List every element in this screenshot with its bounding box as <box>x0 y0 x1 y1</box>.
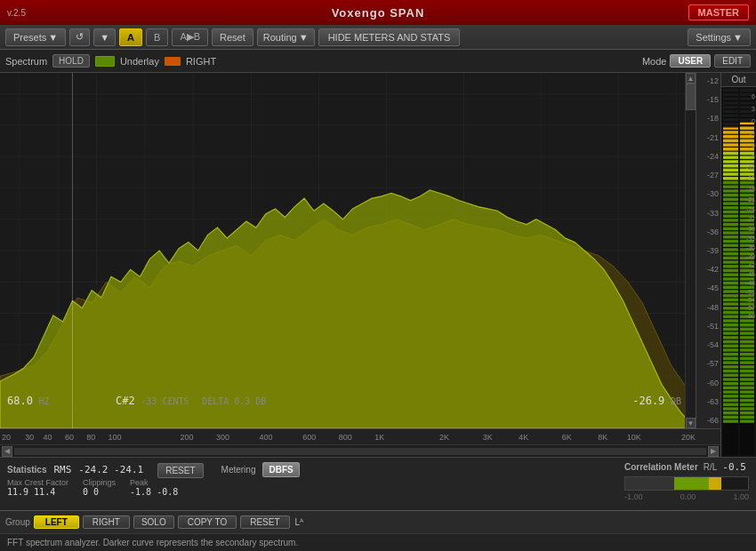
peak-label: Peak <box>130 478 178 487</box>
peak-section: Peak -1.8 -0.8 <box>130 478 178 497</box>
b-button[interactable]: B <box>146 28 168 46</box>
hide-meters-button[interactable]: HIDE METERS AND STATS <box>318 28 461 46</box>
corr-fill-yellow <box>709 477 721 490</box>
meter-channel-a <box>723 89 738 455</box>
meter-b-canvas <box>740 89 755 424</box>
freq-80: 80 <box>86 433 95 442</box>
reset-button[interactable]: Reset <box>212 28 253 46</box>
freq-unit: HZ <box>39 396 50 406</box>
vertical-scrollbar[interactable]: ▲ ▼ <box>685 73 696 428</box>
freq-30: 30 <box>25 433 34 442</box>
channel-a-color <box>95 56 115 67</box>
app-title: Voxengo SPAN <box>332 6 425 20</box>
db-marker: -24 <box>698 152 719 161</box>
db-marker: -63 <box>698 397 719 406</box>
channel-b-color <box>165 57 181 66</box>
rms-value: -24.2 -24.1 <box>78 464 143 475</box>
freq-200: 200 <box>181 433 194 442</box>
db-marker: -27 <box>698 171 719 180</box>
stats-reset-button[interactable]: RESET <box>157 463 203 478</box>
version-label: v.2.5 <box>7 8 26 18</box>
horizontal-scrollbar[interactable]: ◀ ▶ <box>0 444 720 457</box>
main-content: Spectrum HOLD Underlay RIGHT Mode USER E… <box>0 50 756 551</box>
scroll-left-button[interactable]: ◀ <box>2 446 12 457</box>
corr-fill-green <box>674 477 709 490</box>
corr-max-label: 1.00 <box>733 492 749 501</box>
db-marker: -21 <box>698 133 719 142</box>
edit-button[interactable]: EDIT <box>714 54 751 68</box>
group-bar: Group LEFT RIGHT SOLO COPY TO RESET Lᴬ <box>0 510 756 533</box>
freq-800: 800 <box>339 433 352 442</box>
cents-value: -33 CENTS <box>141 396 189 406</box>
db-marker: -60 <box>698 379 719 387</box>
scroll-up-button[interactable]: ▲ <box>686 73 696 84</box>
underlay-label: Underlay <box>120 56 159 67</box>
db-marker: -18 <box>698 114 719 123</box>
bottom-section: Statistics RMS -24.2 -24.1 RESET Meterin… <box>0 457 756 551</box>
scroll-down-button[interactable]: ▼ <box>686 418 696 428</box>
corr-zero-label: 0.00 <box>680 492 696 501</box>
peak-value: -1.8 -0.8 <box>130 487 178 497</box>
freq-4k: 4K <box>519 433 528 442</box>
master-button[interactable]: MASTER <box>688 4 749 20</box>
meter-channel-b <box>740 89 755 455</box>
db-marker: -51 <box>698 322 719 331</box>
clippings-value: 0 0 <box>83 487 116 497</box>
group-copy-button[interactable]: COPY TO <box>178 515 237 529</box>
a-button[interactable]: A <box>119 28 142 46</box>
hold-button[interactable]: HOLD <box>52 54 90 68</box>
metering-label: Metering <box>221 465 256 475</box>
peak-db-unit: DB <box>671 396 681 406</box>
peak-db-value: -26.9 <box>632 395 664 407</box>
freq-10k: 10K <box>627 433 641 442</box>
rms-label: RMS <box>53 464 71 475</box>
freq-8k: 8K <box>598 433 607 442</box>
db-marker: -12 <box>698 76 719 85</box>
group-reset-button[interactable]: RESET <box>240 515 289 529</box>
redo-button[interactable]: ▼ <box>93 28 116 46</box>
spectrum-bar: Spectrum HOLD Underlay RIGHT Mode USER E… <box>0 50 756 73</box>
presets-button[interactable]: Presets ▼ <box>5 28 66 46</box>
freq-20: 20 <box>2 433 11 442</box>
dbfs-button[interactable]: DBFS <box>262 462 299 477</box>
spectrum-wrapper: ▲ ▼ -12 -15 -18 -21 -24 -27 -30 -33 - <box>0 73 720 457</box>
group-solo-button[interactable]: SOLO <box>133 515 174 529</box>
scroll-thumb[interactable] <box>686 84 696 110</box>
spectrum-display[interactable]: ▲ ▼ -12 -15 -18 -21 -24 -27 -30 -33 - <box>0 73 720 428</box>
routing-button[interactable]: Routing ▼ <box>257 28 315 46</box>
db-marker: -36 <box>698 228 719 236</box>
user-mode-button[interactable]: USER <box>670 54 711 68</box>
freq-value: 68.0 <box>7 395 33 407</box>
statistics-label: Statistics <box>7 465 46 475</box>
group-left-button[interactable]: LEFT <box>34 515 79 529</box>
db-marker: -66 <box>698 416 719 425</box>
db-marker: -30 <box>698 189 719 198</box>
statistics-section: Statistics RMS -24.2 -24.1 RESET Meterin… <box>7 461 300 497</box>
ab-copy-button[interactable]: A▶B <box>172 28 208 46</box>
freq-300: 300 <box>216 433 229 442</box>
spectrum-svg <box>0 73 696 428</box>
freq-600: 600 <box>302 433 316 442</box>
scroll-right-button[interactable]: ▶ <box>708 446 719 457</box>
max-crest-section: Max Crest Factor 11.9 11.4 <box>7 478 68 497</box>
meter-body <box>721 87 756 457</box>
settings-button[interactable]: Settings ▼ <box>688 28 751 46</box>
freq-2k: 2K <box>439 433 449 442</box>
db-marker: -57 <box>698 359 719 368</box>
note-overlay: C#2 -33 CENTS DELTA 0.3 DB <box>116 395 266 407</box>
db-marker: -45 <box>698 283 719 292</box>
group-right-button[interactable]: RIGHT <box>83 515 130 529</box>
freq-20k: 20K <box>681 433 696 442</box>
scroll-track[interactable] <box>686 84 696 418</box>
freq-overlay: 68.0 HZ <box>7 395 50 407</box>
spectrum-and-meter: ▲ ▼ -12 -15 -18 -21 -24 -27 -30 -33 - <box>0 73 756 457</box>
freq-400: 400 <box>260 433 273 442</box>
status-bar: FFT spectrum analyzer. Darker curve repr… <box>0 533 756 551</box>
stats-bar: Statistics RMS -24.2 -24.1 RESET Meterin… <box>0 457 756 510</box>
scroll-track[interactable] <box>14 448 706 455</box>
db-marker: -15 <box>698 95 719 104</box>
correlation-meter-section: Correlation Meter R/L -0.5 -1.00 0.00 1.… <box>624 461 749 501</box>
title-bar: v.2.5 Voxengo SPAN MASTER <box>0 0 756 25</box>
undo-button[interactable]: ↺ <box>69 28 90 46</box>
frequency-axis: 20 30 40 60 80 100 200 300 400 600 800 1… <box>0 428 720 444</box>
